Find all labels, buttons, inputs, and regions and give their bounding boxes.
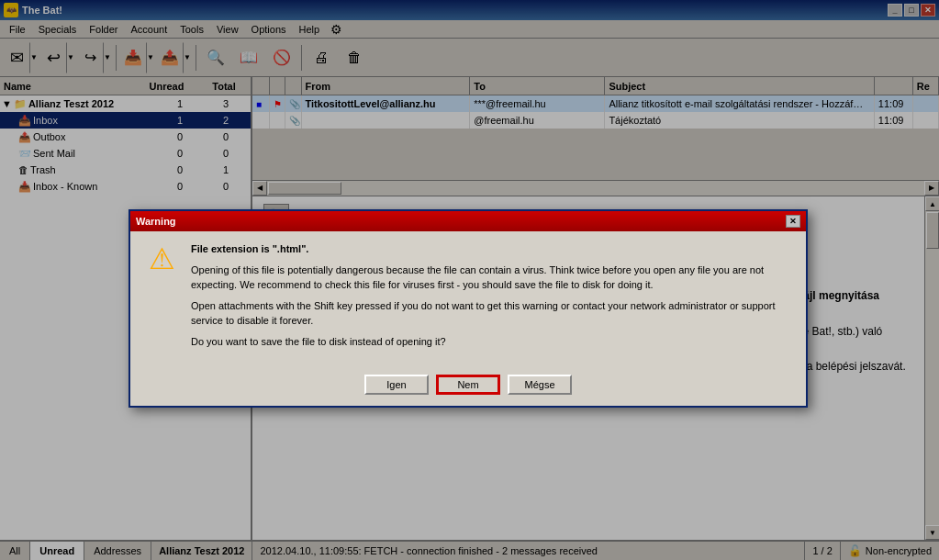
warning-title-text: Warning xyxy=(136,216,176,227)
modal-overlay: Warning ✕ File extension is ".html". Ope… xyxy=(0,0,939,560)
warning-no-button[interactable]: Nem xyxy=(436,375,500,395)
warning-title-bar: Warning ✕ xyxy=(130,211,806,231)
warning-cancel-button[interactable]: Mégse xyxy=(508,375,572,395)
warning-close-button[interactable]: ✕ xyxy=(786,215,800,228)
warning-line-1: File extension is ".html". xyxy=(191,242,793,256)
warning-text-area: File extension is ".html". Opening of th… xyxy=(191,242,793,356)
warning-body: File extension is ".html". Opening of th… xyxy=(130,231,806,367)
warning-triangle-icon xyxy=(143,242,180,275)
warning-yes-button[interactable]: Igen xyxy=(364,375,429,395)
warning-line-4: Do you want to save the file to disk ins… xyxy=(191,335,793,349)
warning-icon-area xyxy=(143,242,180,356)
warning-line-3: Open attachments with the Shift key pres… xyxy=(191,299,793,328)
warning-line-2: Opening of this file is potentially dang… xyxy=(191,263,793,292)
warning-buttons: Igen Nem Mégse xyxy=(130,367,806,406)
warning-dialog: Warning ✕ File extension is ".html". Ope… xyxy=(129,209,808,408)
